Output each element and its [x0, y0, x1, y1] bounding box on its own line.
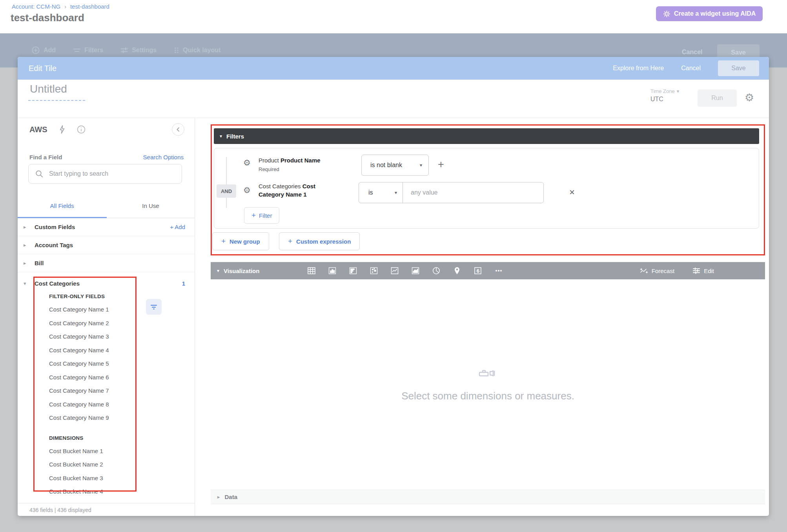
caret-down-icon: ▾: [220, 133, 222, 139]
timezone-value: UTC: [650, 96, 679, 103]
remove-filter-icon[interactable]: ×: [569, 187, 575, 198]
create-widget-aida-button[interactable]: Create a widget using AIDA: [656, 6, 763, 21]
data-section-header[interactable]: ▸ Data: [211, 490, 765, 504]
field-search: [28, 164, 182, 184]
forecast-sparkle-icon: [639, 267, 648, 274]
filter-by-field-button[interactable]: [146, 299, 162, 315]
field-item[interactable]: Cost Category Name 9: [49, 411, 151, 425]
line-chart-icon[interactable]: [390, 266, 400, 276]
toolbar-quick-layout-button[interactable]: Quick layout: [174, 47, 220, 54]
operator-dropdown[interactable]: is not blank ▾: [361, 155, 429, 176]
run-button[interactable]: Run: [698, 89, 737, 107]
filters-section-header[interactable]: ▾ Filters: [214, 128, 759, 144]
find-a-field-label: Find a Field: [29, 154, 62, 160]
explore-from-here-link[interactable]: Explore from Here: [613, 65, 664, 72]
breadcrumb: Account: CCM-NG › test-dashboard: [12, 3, 109, 10]
table-icon[interactable]: [306, 266, 317, 276]
edit-visualization-button[interactable]: Edit: [692, 267, 714, 274]
filter-field-gear-icon[interactable]: ⚙: [243, 186, 251, 195]
field-item[interactable]: Cost Category Name 8: [49, 398, 151, 412]
area-chart-icon[interactable]: [410, 266, 421, 276]
collapse-sidebar-button[interactable]: [172, 123, 184, 136]
sliders-icon: [120, 47, 128, 54]
operator-dropdown[interactable]: is ▾: [359, 182, 403, 203]
modal-save-button[interactable]: Save: [718, 60, 759, 76]
toolbar-settings-button[interactable]: Settings: [120, 47, 157, 54]
filter-condition: is ▾: [359, 182, 544, 203]
tile-name-input[interactable]: Untitled: [28, 83, 85, 101]
chevron-down-icon: ▾: [677, 88, 680, 94]
toolbar-add-label: Add: [44, 47, 56, 54]
single-value-icon[interactable]: 6: [473, 266, 483, 276]
custom-expression-button[interactable]: + Custom expression: [279, 232, 360, 250]
lightning-bolt-icon: [58, 125, 66, 134]
caret-down-icon: ▾: [217, 268, 219, 273]
sidebar-item-custom-fields[interactable]: ▸ Custom Fields + Add: [18, 218, 195, 236]
query-settings-gear-icon[interactable]: ⚙: [745, 91, 754, 104]
field-item[interactable]: Cost Category Name 7: [49, 384, 151, 398]
filter-value-input[interactable]: [403, 182, 543, 203]
search-options-link[interactable]: Search Options: [143, 154, 184, 160]
caret-right-icon: ▸: [24, 242, 30, 248]
field-item[interactable]: Cost Category Name 6: [49, 371, 151, 384]
operator-value: is not blank: [370, 162, 402, 169]
toolbar-add-button[interactable]: Add: [31, 46, 56, 55]
field-item[interactable]: Cost Category Name 4: [49, 344, 151, 357]
edit-label: Edit: [704, 268, 714, 274]
toolbar-filters-label: Filters: [84, 47, 103, 54]
search-input[interactable]: [49, 170, 175, 177]
breadcrumb-account-link[interactable]: Account: CCM-NG: [12, 3, 60, 10]
field-item[interactable]: Cost Bucket Name 4: [49, 485, 151, 499]
fields-count-status: 436 fields | 436 displayed: [29, 507, 91, 513]
modal-title: Edit Tile: [29, 64, 56, 73]
sidebar-item-bill[interactable]: ▸ Bill: [18, 254, 195, 272]
field-item[interactable]: Cost Bucket Name 3: [49, 472, 151, 485]
visualization-header-label: Visualization: [224, 268, 259, 274]
field-item[interactable]: Cost Category Name 3: [49, 330, 151, 344]
toolbar-quick-layout-label: Quick layout: [183, 47, 220, 54]
bar-chart-icon[interactable]: [348, 266, 358, 276]
field-item[interactable]: Cost Category Name 1: [49, 303, 151, 317]
toolbar-filters-button[interactable]: Filters: [73, 47, 103, 54]
add-filter-button[interactable]: + Filter: [244, 207, 279, 224]
timezone-selector[interactable]: Time Zone ▾ UTC: [650, 88, 679, 103]
filters-group-container: ⚙ Product Product Name Required is not b…: [214, 148, 759, 229]
visualization-section-header[interactable]: ▾ Visualization: [211, 262, 765, 279]
field-item[interactable]: Cost Bucket Name 1: [49, 445, 151, 458]
edit-sliders-icon: [692, 267, 700, 274]
add-condition-plus-icon[interactable]: +: [438, 159, 444, 171]
plus-icon: +: [221, 237, 226, 246]
search-icon: [35, 169, 44, 178]
add-custom-field-button[interactable]: + Add: [170, 224, 185, 230]
page-title: test-dashboard: [11, 12, 84, 24]
filters-header-label: Filters: [226, 133, 244, 140]
map-pin-icon[interactable]: [452, 266, 462, 276]
toolbar-cancel-button[interactable]: Cancel: [682, 49, 702, 56]
forecast-button[interactable]: Forecast: [639, 267, 674, 274]
tab-in-use[interactable]: In Use: [106, 202, 195, 209]
modal-cancel-button[interactable]: Cancel: [681, 65, 701, 72]
sidebar-item-account-tags[interactable]: ▸ Account Tags: [18, 236, 195, 254]
column-chart-icon[interactable]: [327, 266, 337, 276]
scatter-plot-icon[interactable]: [369, 266, 379, 276]
pie-chart-icon[interactable]: [431, 266, 441, 276]
tab-all-fields[interactable]: All Fields: [18, 202, 106, 209]
aida-button-label: Create a widget using AIDA: [674, 10, 756, 17]
forecast-label: Forecast: [652, 268, 674, 274]
field-item[interactable]: Cost Bucket Name 2: [49, 458, 151, 472]
breadcrumb-current-link[interactable]: test-dashboard: [70, 3, 109, 10]
field-item[interactable]: Cost Category Name 2: [49, 317, 151, 330]
new-group-button[interactable]: + New group: [212, 232, 269, 250]
info-icon[interactable]: [77, 125, 86, 134]
sidebar-item-cost-categories[interactable]: ▾ Cost Categories 1: [18, 275, 195, 291]
modal-header: Edit Tile Explore from Here Cancel Save: [18, 57, 769, 80]
drag-dots-icon: [174, 47, 179, 54]
section-label: Cost Categories: [35, 280, 80, 287]
field-item[interactable]: Cost Category Name 5: [49, 357, 151, 371]
section-label: Bill: [35, 260, 44, 266]
more-visualizations-icon[interactable]: •••: [494, 266, 504, 276]
edit-tile-modal: Edit Tile Explore from Here Cancel Save …: [18, 57, 769, 516]
section-label: Custom Fields: [35, 224, 75, 230]
visualization-empty-state: Select some dimensions or measures.: [211, 279, 765, 490]
filter-field-gear-icon[interactable]: ⚙: [243, 158, 251, 168]
